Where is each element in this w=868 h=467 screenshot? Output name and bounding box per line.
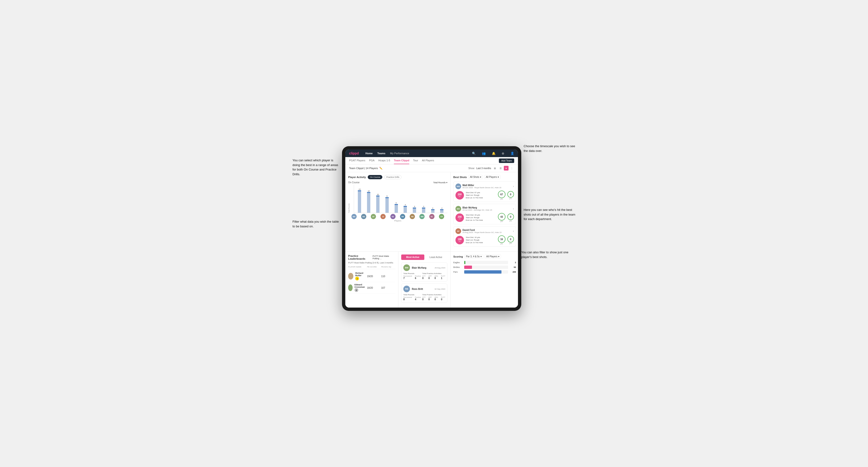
- subnav-hcaps[interactable]: Hcaps 1-5: [378, 157, 390, 164]
- shot-avatar: DF: [456, 228, 461, 234]
- shots-filter-dropdown[interactable]: All Shots ▾: [468, 175, 483, 179]
- bar: [422, 208, 425, 213]
- top-nav: clippd Home Teams My Performance 🔍 👥 🔔 ⊕…: [345, 150, 518, 157]
- shot-chevron-icon[interactable]: ›: [513, 207, 514, 210]
- active-player-card: BM Blair McHarg 26 Aug 2023 Total Rounds…: [401, 262, 447, 282]
- shot-metric-circle: 43: [498, 213, 505, 220]
- apc-tournament: 7: [403, 277, 412, 280]
- apc-rounds-group: Total Rounds Tournament 7 Practice 6: [403, 272, 421, 280]
- scoring-value: 96: [509, 266, 516, 269]
- plb-player: Edward Crossman 2: [348, 283, 367, 292]
- shot-player-detail: 23 Jul 2023 · Ashridge GC, Hole 15: [463, 209, 512, 211]
- player-avatar: JC: [380, 214, 385, 219]
- scoring-players-filter[interactable]: All Players ▾: [485, 254, 501, 258]
- main-grid: Player Activity On Course Practice Drill…: [345, 172, 518, 308]
- settings-view-icon[interactable]: ⋮: [509, 166, 514, 170]
- shot-metric-circle: 16: [498, 236, 505, 243]
- nav-my-performance[interactable]: My Performance: [390, 152, 409, 155]
- apc-name: Blair McHarg: [412, 267, 433, 269]
- apc-rounds-group: Total Rounds Tournament 8 Practice 4: [403, 294, 421, 301]
- shot-cards-container: MM Matt Miller 09 Jun 2023 · Royal North…: [453, 181, 516, 247]
- users-icon[interactable]: 👥: [482, 152, 486, 155]
- shot-metric-1: 43 yds: [498, 213, 505, 222]
- bar-group: 2: [437, 207, 446, 213]
- scoring-par-filter[interactable]: Par 3, 4 & 5s ▾: [464, 254, 483, 258]
- apc-app: 0: [428, 277, 432, 280]
- plb-avg: 110: [381, 275, 395, 278]
- nav-home[interactable]: Home: [365, 152, 373, 155]
- player-avatar: CR: [439, 214, 444, 219]
- shot-metric-zero: 0: [507, 236, 514, 243]
- scoring-bar: [464, 270, 501, 274]
- active-player-card: RB Rees Britt 02 Sep 2023 Total Rounds T…: [401, 283, 447, 303]
- players-filter-dropdown[interactable]: All Players ▾: [484, 175, 500, 179]
- shot-player-info: Blair McHarg 23 Jul 2023 · Ashridge GC, …: [463, 206, 512, 211]
- player-avatar: EC: [429, 214, 434, 219]
- least-active-tab[interactable]: Least Active: [424, 254, 447, 260]
- apc-tournament: 8: [403, 298, 412, 301]
- nav-teams[interactable]: Teams: [377, 152, 385, 155]
- plb-subtitle: PUTT Must Make Putting (3-6 ft), Last 3 …: [348, 261, 395, 264]
- shot-player-name: David Ford: [463, 229, 512, 231]
- subnav-pgat[interactable]: PGAT Players: [349, 157, 365, 164]
- shot-desc: Shot Dist: 67 yds Start Lie: Rough End L…: [466, 191, 496, 199]
- bar: [367, 192, 370, 213]
- most-active-tab[interactable]: Most Active: [401, 254, 424, 260]
- annotation-top-left: You can select which player is doing the…: [292, 158, 340, 177]
- bar-group: 9: [382, 195, 392, 213]
- scoring-panel: Scoring Par 3, 4 & 5s ▾ All Players ▾ Ea…: [451, 252, 518, 308]
- annotation-top-right: Choose the timescale you wish to see the…: [524, 144, 576, 153]
- shot-metric-2: 0 yds: [507, 236, 514, 244]
- practice-toggle[interactable]: Practice Drills: [384, 175, 401, 179]
- shot-chevron-icon[interactable]: ›: [513, 185, 514, 188]
- scoring-value: 3: [509, 261, 516, 264]
- player-avatar: BM: [351, 214, 356, 219]
- heart-view-icon[interactable]: ♥: [504, 166, 508, 170]
- apc-arg: 0: [434, 277, 438, 280]
- tablet-screen: clippd Home Teams My Performance 🔍 👥 🔔 ⊕…: [345, 150, 518, 308]
- shot-chevron-icon[interactable]: ›: [513, 229, 514, 233]
- time-filter[interactable]: Last 3 months: [476, 167, 491, 169]
- plb-columns: PLAYER NAME PB SCORE PB AVG SQ: [348, 266, 395, 269]
- bar: [358, 190, 361, 213]
- annotation-bot-right: You can also filter to show just one pla…: [521, 250, 576, 259]
- player-avatar: BB: [361, 214, 366, 219]
- scoring-row: Eagles 3: [453, 261, 516, 264]
- sub-nav: PGAT Players PGA Hcaps 1-5 Team Clippd T…: [345, 157, 518, 164]
- scoring-label: Birdies: [453, 266, 463, 269]
- scoring-bar-wrap: [464, 270, 508, 274]
- plus-icon[interactable]: ⊕: [502, 152, 504, 155]
- plb-title: Practice Leaderboards: [348, 254, 373, 260]
- player-avatar: MM: [420, 214, 425, 219]
- bar: [385, 197, 389, 213]
- shot-desc: Shot Dist: 16 yds Start Lie: Rough End L…: [466, 236, 496, 244]
- shot-card: BM Blair McHarg 23 Jul 2023 · Ashridge G…: [453, 204, 516, 224]
- annotation-mid-right: Here you can see who's hit the best shot…: [524, 208, 576, 221]
- scoring-row: Pars 499: [453, 270, 516, 274]
- scoring-bar: [464, 261, 466, 264]
- apc-practice-group: Total Practice Activities GTT 0 APP 0 AR…: [422, 294, 445, 301]
- shot-avatar: MM: [456, 184, 461, 189]
- avatar-icon[interactable]: 👤: [510, 152, 514, 155]
- bar: [431, 209, 434, 213]
- apc-name: Rees Britt: [412, 288, 433, 290]
- subnav-tour[interactable]: Tour: [413, 157, 418, 164]
- apc-putt: 1: [441, 277, 445, 280]
- on-course-toggle[interactable]: On Course: [368, 175, 382, 179]
- bar-group: 2: [428, 207, 437, 213]
- subnav-team-clippd[interactable]: Team Clippd: [394, 157, 409, 164]
- bell-icon[interactable]: 🔔: [492, 152, 496, 155]
- list-view-icon[interactable]: ☰: [498, 166, 503, 170]
- shot-card: DF David Ford 24 Aug 2023 · Royal North …: [453, 226, 516, 247]
- shot-metric-2: 0 yds: [507, 214, 514, 222]
- subnav-all-players[interactable]: All Players: [422, 157, 434, 164]
- plb-player-name: Edward Crossman: [354, 283, 367, 288]
- plb-filter[interactable]: PUTT Must Make Putting ...: [373, 255, 395, 260]
- edit-icon[interactable]: ✏️: [379, 167, 382, 170]
- bar-group: 3: [419, 206, 428, 213]
- add-team-button[interactable]: Add Team: [499, 158, 514, 163]
- search-icon[interactable]: 🔍: [472, 152, 476, 155]
- grid-view-icon[interactable]: ⊞: [493, 166, 497, 170]
- subnav-pga[interactable]: PGA: [369, 157, 375, 164]
- chart-filter[interactable]: Total Rounds ▾: [433, 181, 447, 184]
